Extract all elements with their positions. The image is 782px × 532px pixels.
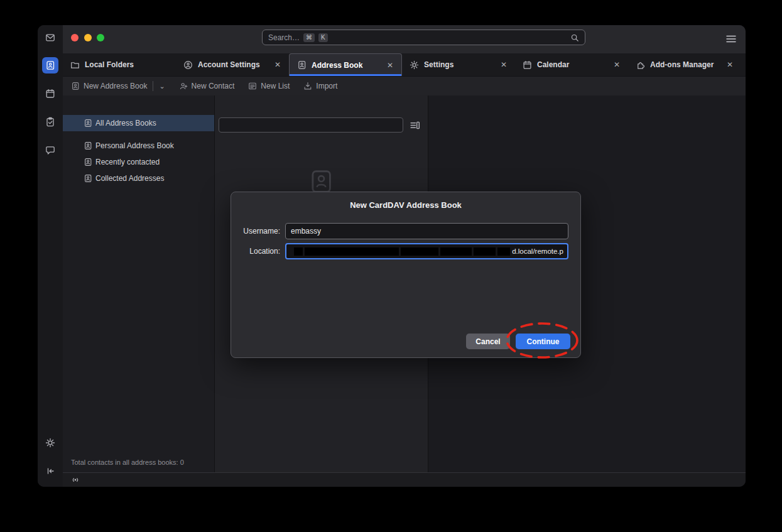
book-row-label: All Address Books: [95, 119, 156, 128]
tab-close-icon[interactable]: ✕: [500, 60, 508, 69]
space-address-book-button[interactable]: [42, 57, 58, 73]
tab-bar: Local Folders Account Settings ✕: [63, 53, 746, 76]
import-button[interactable]: Import: [303, 82, 337, 90]
redaction-bar: [497, 247, 510, 256]
tab-local-folders[interactable]: Local Folders: [63, 53, 176, 76]
address-book-icon: [84, 141, 92, 150]
address-book-icon: [71, 82, 80, 90]
chevron-down-icon[interactable]: ⌄: [159, 82, 165, 90]
location-input[interactable]: d.local/remote.p: [285, 243, 568, 259]
gear-icon: [45, 438, 55, 448]
address-books-list: All Address Books Personal Address Book: [63, 115, 214, 187]
new-list-label: New List: [261, 82, 290, 90]
tab-settings[interactable]: Settings ✕: [402, 53, 515, 76]
spaces-toolbar: [38, 25, 63, 487]
tab-label: Account Settings: [198, 60, 269, 69]
space-calendar-button[interactable]: [42, 85, 58, 102]
spaces-settings-button[interactable]: [42, 435, 58, 451]
address-book-icon: [297, 60, 307, 70]
calendar-icon: [45, 89, 55, 99]
continue-button[interactable]: Continue: [516, 334, 570, 349]
new-address-book-label: New Address Book: [84, 82, 147, 90]
tab-close-icon[interactable]: ✕: [386, 61, 394, 70]
network-status-icon[interactable]: [70, 475, 80, 484]
book-row-label: Personal Address Book: [95, 141, 174, 150]
new-address-book-button[interactable]: New Address Book ⌄: [71, 81, 165, 91]
book-row-personal[interactable]: Personal Address Book: [63, 138, 214, 154]
search-icon: [570, 33, 579, 42]
new-list-icon: [248, 82, 257, 90]
book-row-all-address-books[interactable]: All Address Books: [63, 115, 214, 131]
list-display-options-icon: [410, 120, 420, 131]
gear-icon: [410, 60, 419, 70]
puzzle-icon: [636, 60, 645, 70]
tab-label: Address Book: [312, 61, 381, 70]
location-row: Location: d.local/remote.p: [241, 243, 568, 259]
chat-icon: [45, 145, 55, 155]
username-label: Username:: [241, 227, 280, 236]
titlebar: Search… ⌘ K: [63, 25, 746, 53]
tab-label: Settings: [424, 60, 495, 69]
address-book-icon: [45, 60, 55, 70]
shortcut-k-keycap: K: [318, 33, 328, 42]
redaction-bar: [294, 247, 303, 256]
book-row-label: Recently contacted: [95, 158, 160, 166]
username-input[interactable]: [285, 223, 568, 239]
tab-label: Calendar: [537, 60, 608, 69]
import-icon: [303, 82, 312, 90]
new-list-button[interactable]: New List: [248, 82, 290, 90]
desktop-background: Search… ⌘ K: [0, 0, 782, 532]
app-menu-icon[interactable]: [725, 34, 737, 44]
status-bar: [63, 472, 746, 487]
traffic-lights: [71, 34, 104, 41]
zoom-window-button[interactable]: [97, 34, 104, 41]
minimize-window-button[interactable]: [84, 34, 92, 41]
close-window-button[interactable]: [71, 34, 79, 41]
book-row-recently-contacted[interactable]: Recently contacted: [63, 154, 214, 170]
new-carddav-dialog: New CardDAV Address Book Username: Locat…: [231, 192, 581, 358]
folder-icon: [70, 60, 80, 70]
total-contacts-status: Total contacts in all address books: 0: [71, 459, 184, 466]
new-contact-button[interactable]: New Contact: [179, 82, 235, 90]
collapse-sidebar-icon: [45, 466, 55, 476]
address-books-pane: All Address Books Personal Address Book: [63, 95, 215, 472]
tasks-icon: [45, 117, 55, 127]
tab-close-icon[interactable]: ✕: [726, 60, 734, 69]
redaction-bar: [474, 247, 496, 256]
tab-address-book[interactable]: Address Book ✕: [289, 53, 402, 76]
shortcut-cmd-keycap: ⌘: [303, 33, 315, 42]
address-book-icon: [84, 174, 92, 183]
tab-account-settings[interactable]: Account Settings ✕: [176, 53, 289, 76]
divider: [153, 81, 153, 91]
cancel-button[interactable]: Cancel: [466, 334, 510, 349]
tab-label: Local Folders: [85, 60, 168, 69]
dialog-title: New CardDAV Address Book: [231, 200, 580, 210]
book-row-label: Collected Addresses: [95, 174, 164, 183]
tab-label: Add-ons Manager: [650, 60, 721, 69]
space-tasks-button[interactable]: [42, 114, 58, 130]
tab-calendar[interactable]: Calendar ✕: [515, 53, 628, 76]
tab-close-icon[interactable]: ✕: [274, 60, 281, 69]
calendar-icon: [523, 60, 532, 70]
new-contact-label: New Contact: [192, 82, 235, 90]
global-search-bar[interactable]: Search… ⌘ K: [262, 30, 585, 45]
address-book-icon: [84, 119, 92, 128]
address-book-icon: [84, 158, 92, 166]
redaction-bar: [401, 247, 438, 256]
contacts-search-input[interactable]: [219, 117, 403, 133]
display-options-button[interactable]: [410, 120, 420, 133]
spaces-collapse-button[interactable]: [42, 463, 58, 479]
book-row-collected-addresses[interactable]: Collected Addresses: [63, 170, 214, 187]
tab-close-icon[interactable]: ✕: [613, 60, 621, 69]
location-visible-text: d.local/remote.p: [512, 247, 563, 255]
space-chat-button[interactable]: [42, 142, 58, 158]
space-mail-button[interactable]: [42, 30, 58, 46]
account-icon: [183, 60, 193, 70]
address-book-toolbar: New Address Book ⌄ New Contact: [63, 76, 746, 95]
search-placeholder: Search…: [268, 33, 300, 42]
redaction-bar: [440, 247, 472, 256]
new-contact-icon: [179, 82, 188, 90]
mail-icon: [45, 33, 55, 43]
tab-addons-manager[interactable]: Add-ons Manager ✕: [628, 53, 741, 76]
import-label: Import: [316, 82, 337, 90]
